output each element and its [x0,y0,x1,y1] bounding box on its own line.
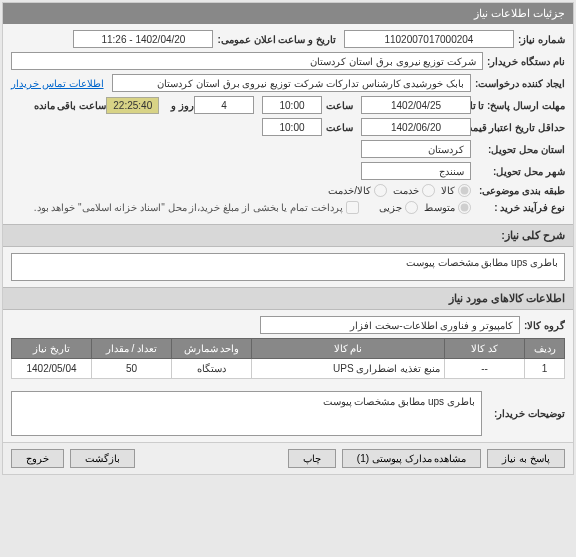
radio-both[interactable]: کالا/خدمت [328,184,387,197]
need-details-panel: جزئیات اطلاعات نیاز شماره نیاز: 11020070… [2,2,574,475]
radio-mid-input [458,201,471,214]
category-label: طبقه بندی موضوعی: [475,185,565,196]
validity-label: حداقل تاریخ اعتبار قیمت: تا تاریخ: [475,122,565,133]
respond-button[interactable]: پاسخ به نیاز [487,449,565,468]
td-idx: 1 [525,359,565,379]
td-unit: دستگاه [172,359,252,379]
row-buyer-org: نام دستگاه خریدار: شرکت توزیع نیروی برق … [11,52,565,70]
group-field: کامپیوتر و فناوری اطلاعات-سخت افزار [260,316,520,334]
desc-content: باطری ups مطابق مشخصات پیوست [3,247,573,287]
payment-note-text: پرداخت تمام یا بخشی از مبلغ خرید،از محل … [34,202,343,213]
row-city: شهر محل تحویل: سنندج [11,162,565,180]
footer-left-group: بازگشت خروج [11,449,135,468]
payment-note-checkbox[interactable]: پرداخت تمام یا بخشی از مبلغ خرید،از محل … [34,201,359,214]
group-label: گروه کالا: [524,320,565,331]
category-radio-group: کالا خدمت کالا/خدمت [328,184,471,197]
footer: پاسخ به نیاز مشاهده مدارک پیوستی (1) چاپ… [3,442,573,474]
contact-link[interactable]: اطلاعات تماس خریدار [11,78,104,89]
goods-content: گروه کالا: کامپیوتر و فناوری اطلاعات-سخت… [3,310,573,385]
row-deadline: مهلت ارسال پاسخ: تا تاریخ: 1402/04/25 سا… [11,96,565,114]
main-content: شماره نیاز: 1102007017000204 تاریخ و ساع… [3,24,573,224]
buyer-notes-row: توضیحات خریدار: باطری ups مطابق مشخصات پ… [3,385,573,442]
row-need-number: شماره نیاز: 1102007017000204 تاریخ و ساع… [11,30,565,48]
validity-time-field: 10:00 [262,118,322,136]
radio-part-input [405,201,418,214]
th-idx: ردیف [525,339,565,359]
td-qty: 50 [92,359,172,379]
print-button[interactable]: چاپ [288,449,336,468]
city-field: سنندج [361,162,471,180]
td-code: -- [445,359,525,379]
radio-goods[interactable]: کالا [441,184,471,197]
table-row[interactable]: 1 -- منبع تغذیه اضطراری UPS دستگاه 50 14… [12,359,565,379]
announce-label: تاریخ و ساعت اعلان عمومی: [217,34,335,45]
th-date: تاریخ نیاز [12,339,92,359]
row-validity: حداقل تاریخ اعتبار قیمت: تا تاریخ: 1402/… [11,118,565,136]
row-category: طبقه بندی موضوعی: کالا خدمت کالا/خدمت [11,184,565,197]
time-label-1: ساعت [326,100,353,111]
deadline-time-field: 10:00 [262,96,322,114]
attachments-button[interactable]: مشاهده مدارک پیوستی (1) [342,449,482,468]
buyer-notes-label: توضیحات خریدار: [494,408,565,419]
requester-field: بابک خورشیدی کارشناس تدارکات شرکت توزیع … [112,74,472,92]
back-button[interactable]: بازگشت [70,449,135,468]
row-group: گروه کالا: کامپیوتر و فناوری اطلاعات-سخت… [11,316,565,334]
time-label-2: ساعت [326,122,353,133]
process-label: نوع فرآیند خرید : [475,202,565,213]
panel-header: جزئیات اطلاعات نیاز [3,3,573,24]
radio-goods-input [458,184,471,197]
td-name: منبع تغذیه اضطراری UPS [252,359,445,379]
remaining-label: ساعت باقی مانده [34,100,107,111]
th-unit: واحد شمارش [172,339,252,359]
section-desc-header: شرح کلی نیاز: [3,224,573,247]
buyer-org-field: شرکت توزیع نیروی برق استان کردستان [11,52,483,70]
radio-mid[interactable]: متوسط [424,201,471,214]
exit-button[interactable]: خروج [11,449,64,468]
deadline-label: مهلت ارسال پاسخ: تا تاریخ: [475,100,565,111]
section-goods-header: اطلاعات کالاهای مورد نیاز [3,287,573,310]
row-process: نوع فرآیند خرید : متوسط جزیی پرداخت تمام… [11,201,565,214]
city-label: شهر محل تحویل: [475,166,565,177]
process-radio-group: متوسط جزیی [379,201,471,214]
radio-part[interactable]: جزیی [379,201,418,214]
province-label: استان محل تحویل: [475,144,565,155]
buyer-notes-area: باطری ups مطابق مشخصات پیوست [11,391,482,436]
radio-service[interactable]: خدمت [393,184,435,197]
th-name: نام کالا [252,339,445,359]
validity-date-field: 1402/06/20 [361,118,471,136]
row-requester: ایجاد کننده درخواست: بابک خورشیدی کارشنا… [11,74,565,92]
row-province: استان محل تحویل: کردستان [11,140,565,158]
day-value-field: 4 [194,96,254,114]
radio-service-input [422,184,435,197]
th-qty: تعداد / مقدار [92,339,172,359]
need-number-field: 1102007017000204 [344,30,514,48]
payment-checkbox-input [346,201,359,214]
table-header-row: ردیف کد کالا نام کالا واحد شمارش تعداد /… [12,339,565,359]
province-field: کردستان [361,140,471,158]
announce-field: 1402/04/20 - 11:26 [73,30,213,48]
remaining-time: 22:25:40 [106,97,159,114]
footer-right-group: پاسخ به نیاز مشاهده مدارک پیوستی (1) چاپ [288,449,565,468]
day-label: روز و [171,100,194,111]
radio-both-input [374,184,387,197]
need-number-label: شماره نیاز: [518,34,565,45]
th-code: کد کالا [445,339,525,359]
requester-label: ایجاد کننده درخواست: [475,78,565,89]
buyer-org-label: نام دستگاه خریدار: [487,56,565,67]
desc-textarea: باطری ups مطابق مشخصات پیوست [11,253,565,281]
td-date: 1402/05/04 [12,359,92,379]
deadline-date-field: 1402/04/25 [361,96,471,114]
goods-table: ردیف کد کالا نام کالا واحد شمارش تعداد /… [11,338,565,379]
panel-title: جزئیات اطلاعات نیاز [474,7,565,19]
